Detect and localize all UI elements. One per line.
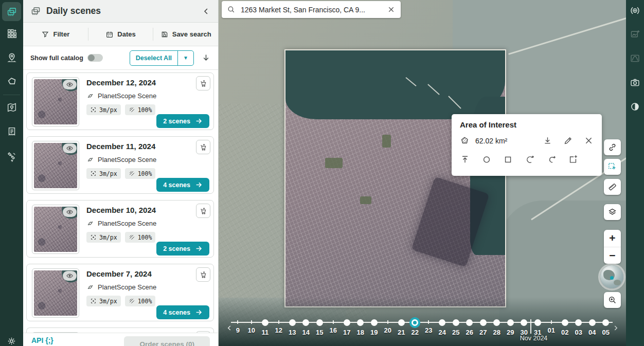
rail-item-contrast[interactable] — [626, 97, 644, 116]
timeline-day-26[interactable]: 26 — [463, 318, 477, 342]
add-to-cart-button[interactable] — [196, 76, 210, 90]
scene-thumbnail[interactable] — [32, 205, 79, 254]
timeline-day-20[interactable]: 20 — [381, 318, 395, 342]
scene-dot[interactable] — [302, 319, 309, 326]
timeline-day-27[interactable]: 27 — [476, 318, 490, 342]
draw-lasso-add-button[interactable] — [546, 154, 557, 165]
timeline-day-23[interactable]: 23 — [422, 318, 436, 342]
preview-eye-badge[interactable] — [63, 80, 77, 89]
show-full-catalog-toggle[interactable] — [87, 54, 103, 62]
view-scenes-button[interactable]: 4 scenes — [156, 178, 209, 192]
scene-dot[interactable] — [480, 319, 487, 326]
preview-eye-badge[interactable] — [63, 271, 77, 281]
scene-dot[interactable] — [453, 319, 459, 326]
scene-dot[interactable] — [316, 319, 323, 326]
scene-card[interactable]: December 11, 2024 PlanetScope Scene 3m/p… — [26, 136, 214, 194]
filter-button[interactable]: Filter — [23, 23, 88, 46]
scene-dot[interactable] — [493, 319, 500, 326]
globe-3d-button[interactable] — [600, 265, 623, 288]
api-link[interactable]: API {;} — [31, 336, 53, 346]
preview-eye-badge[interactable] — [63, 143, 77, 153]
draw-rectangle-button[interactable] — [503, 154, 513, 165]
timeline-day-16[interactable]: 16 — [327, 318, 341, 342]
deselect-all-button[interactable]: Deselect All — [130, 51, 177, 65]
preview-eye-badge[interactable] — [63, 207, 77, 217]
scene-dot[interactable] — [521, 319, 527, 326]
dates-button[interactable]: Dates — [88, 23, 153, 46]
scene-card[interactable]: December 12, 2024 PlanetScope Scene 3m/p… — [26, 72, 214, 130]
aoi-rectangle[interactable] — [284, 49, 506, 307]
rail-item-orders[interactable] — [0, 121, 23, 142]
scene-dot[interactable] — [534, 319, 541, 326]
timeline-day-9[interactable]: 9 — [231, 318, 245, 342]
share-link-button[interactable] — [604, 139, 621, 155]
timeline[interactable]: 9101112131415161718192021222324252627282… — [231, 318, 613, 342]
layers-button[interactable] — [604, 204, 621, 220]
timeline-day-24[interactable]: 24 — [436, 318, 450, 342]
scene-dot[interactable] — [262, 319, 269, 326]
timeline-day-15[interactable]: 15 — [313, 318, 327, 342]
timeline-day-29[interactable]: 29 — [504, 318, 517, 342]
timeline-day-21[interactable]: 21 — [395, 318, 408, 342]
timeline-day-04[interactable]: 04 — [585, 318, 599, 342]
draw-polygon-add-button[interactable] — [525, 154, 535, 165]
timeline-day-03[interactable]: 03 — [572, 318, 586, 342]
rail-item-scenes[interactable] — [2, 2, 21, 21]
rail-item-places[interactable] — [0, 47, 23, 68]
scene-dot[interactable] — [289, 319, 296, 326]
timeline-day-13[interactable]: 13 — [285, 318, 299, 342]
view-scenes-button[interactable]: 2 scenes — [156, 242, 209, 256]
map-canvas[interactable]: 1263 Market St, San Francisco, CA 9... A… — [219, 0, 644, 346]
scene-thumbnail[interactable] — [32, 141, 79, 190]
sort-download-button[interactable] — [201, 53, 211, 63]
scene-card[interactable]: December 7, 2024 PlanetScope Scene 3m/px… — [26, 264, 214, 321]
timeline-next-button[interactable] — [612, 324, 619, 332]
clear-search-button[interactable] — [387, 5, 396, 14]
download-aoi-button[interactable] — [543, 136, 552, 145]
rail-item-tasking[interactable] — [0, 146, 23, 167]
timeline-day-05[interactable]: 05 — [599, 318, 613, 342]
add-rectangle-button[interactable] — [568, 154, 578, 165]
rail-item-compare[interactable] — [626, 1, 644, 20]
timeline-day-14[interactable]: 14 — [299, 318, 313, 342]
scene-card[interactable]: December 10, 2024 PlanetScope Scene 3m/p… — [26, 200, 214, 258]
timeline-day-17[interactable]: 17 — [340, 318, 354, 342]
rail-item-basemap-viewer[interactable] — [0, 97, 23, 118]
timeline-day-18[interactable]: 18 — [354, 318, 368, 342]
scene-thumbnail[interactable] — [32, 77, 79, 126]
measure-button[interactable] — [604, 179, 621, 195]
scene-dot[interactable] — [357, 319, 364, 326]
rail-item-areas[interactable] — [0, 71, 23, 92]
scene-dot[interactable] — [439, 319, 445, 326]
timeline-day-22[interactable]: 22 — [408, 318, 422, 342]
add-to-cart-button[interactable] — [196, 204, 210, 218]
add-to-cart-button[interactable] — [196, 267, 210, 282]
collapse-panel-button[interactable] — [202, 7, 211, 16]
edit-aoi-button[interactable] — [563, 136, 573, 145]
scene-cards-list[interactable]: December 12, 2024 PlanetScope Scene 3m/p… — [23, 70, 218, 346]
timeline-day-19[interactable]: 19 — [367, 318, 381, 342]
map-search-bar[interactable]: 1263 Market St, San Francisco, CA 9... — [222, 1, 401, 18]
timeline-day-10[interactable]: 10 — [245, 318, 259, 342]
scene-dot[interactable] — [562, 319, 568, 326]
timeline-day-12[interactable]: 12 — [272, 318, 286, 342]
rail-item-mosaics[interactable] — [0, 23, 23, 44]
timeline-day-25[interactable]: 25 — [449, 318, 463, 342]
rail-item-settings[interactable] — [0, 336, 23, 346]
draw-circle-button[interactable] — [481, 154, 492, 165]
upload-aoi-button[interactable] — [460, 154, 470, 165]
close-aoi-popup-button[interactable] — [584, 136, 594, 145]
save-search-button[interactable]: Save search — [153, 23, 218, 46]
scene-thumbnail[interactable] — [32, 268, 79, 318]
select-area-button[interactable] — [604, 159, 621, 175]
timeline-day-02[interactable]: 02 — [558, 318, 572, 342]
scene-dot[interactable] — [412, 319, 418, 326]
rail-item-histogram[interactable] — [626, 49, 644, 67]
timeline-day-11[interactable]: 11 — [258, 318, 272, 342]
scene-dot[interactable] — [371, 319, 378, 326]
view-scenes-button[interactable]: 2 scenes — [156, 114, 209, 128]
zoom-in-button[interactable]: + — [604, 230, 621, 247]
scene-dot[interactable] — [398, 319, 405, 326]
scene-dot[interactable] — [589, 319, 596, 326]
deselect-all-caret[interactable]: ▼ — [177, 51, 193, 65]
